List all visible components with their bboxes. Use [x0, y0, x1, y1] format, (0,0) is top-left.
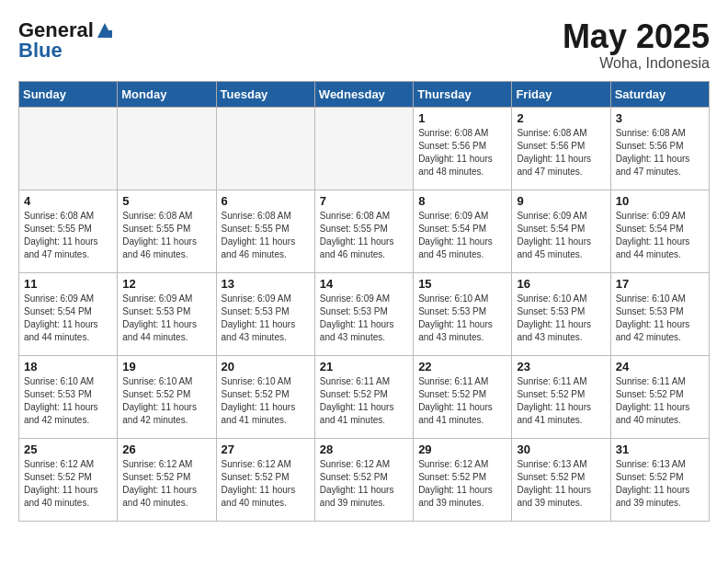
calendar-cell: [216, 107, 314, 190]
day-number: 25: [24, 442, 112, 456]
day-info: Sunrise: 6:08 AM Sunset: 5:56 PM Dayligh…: [517, 127, 605, 178]
day-number: 1: [418, 111, 506, 125]
calendar-cell: 11Sunrise: 6:09 AM Sunset: 5:54 PM Dayli…: [19, 272, 118, 355]
calendar-cell: 29Sunrise: 6:12 AM Sunset: 5:52 PM Dayli…: [414, 438, 512, 521]
day-info: Sunrise: 6:10 AM Sunset: 5:53 PM Dayligh…: [616, 293, 704, 344]
weekday-header: Wednesday: [314, 81, 413, 107]
day-number: 13: [222, 277, 310, 291]
day-number: 17: [616, 277, 704, 291]
calendar-cell: 3Sunrise: 6:08 AM Sunset: 5:56 PM Daylig…: [610, 107, 709, 190]
calendar-cell: 15Sunrise: 6:10 AM Sunset: 5:53 PM Dayli…: [414, 272, 512, 355]
calendar-cell: 7Sunrise: 6:08 AM Sunset: 5:55 PM Daylig…: [314, 190, 413, 272]
calendar-cell: 18Sunrise: 6:10 AM Sunset: 5:53 PM Dayli…: [19, 355, 118, 438]
day-info: Sunrise: 6:11 AM Sunset: 5:52 PM Dayligh…: [320, 375, 408, 427]
day-number: 20: [222, 360, 310, 373]
day-info: Sunrise: 6:12 AM Sunset: 5:52 PM Dayligh…: [122, 458, 210, 510]
day-info: Sunrise: 6:08 AM Sunset: 5:55 PM Dayligh…: [24, 210, 112, 261]
calendar-cell: 12Sunrise: 6:09 AM Sunset: 5:53 PM Dayli…: [118, 272, 216, 355]
day-info: Sunrise: 6:08 AM Sunset: 5:55 PM Dayligh…: [320, 210, 408, 261]
calendar-cell: 10Sunrise: 6:09 AM Sunset: 5:54 PM Dayli…: [610, 190, 709, 272]
calendar-cell: 5Sunrise: 6:08 AM Sunset: 5:55 PM Daylig…: [118, 190, 216, 272]
calendar-cell: 22Sunrise: 6:11 AM Sunset: 5:52 PM Dayli…: [414, 355, 512, 438]
day-number: 21: [320, 360, 408, 373]
calendar-cell: 26Sunrise: 6:12 AM Sunset: 5:52 PM Dayli…: [118, 438, 216, 521]
calendar-cell: 4Sunrise: 6:08 AM Sunset: 5:55 PM Daylig…: [19, 190, 118, 272]
day-info: Sunrise: 6:09 AM Sunset: 5:53 PM Dayligh…: [122, 293, 210, 344]
day-number: 31: [616, 442, 704, 456]
day-number: 24: [616, 360, 704, 373]
day-info: Sunrise: 6:10 AM Sunset: 5:52 PM Dayligh…: [122, 375, 210, 427]
calendar-cell: 1Sunrise: 6:08 AM Sunset: 5:56 PM Daylig…: [414, 107, 512, 190]
day-number: 8: [418, 194, 506, 208]
calendar-cell: 31Sunrise: 6:13 AM Sunset: 5:52 PM Dayli…: [610, 438, 709, 521]
day-info: Sunrise: 6:08 AM Sunset: 5:56 PM Dayligh…: [418, 127, 506, 178]
calendar-cell: 23Sunrise: 6:11 AM Sunset: 5:52 PM Dayli…: [512, 355, 610, 438]
day-number: 15: [418, 277, 506, 291]
calendar-cell: 14Sunrise: 6:09 AM Sunset: 5:53 PM Dayli…: [314, 272, 413, 355]
day-number: 26: [122, 442, 210, 456]
svg-rect-1: [104, 30, 112, 38]
day-info: Sunrise: 6:10 AM Sunset: 5:53 PM Dayligh…: [517, 293, 605, 344]
day-number: 27: [222, 442, 310, 456]
day-number: 16: [517, 277, 605, 291]
day-info: Sunrise: 6:08 AM Sunset: 5:55 PM Dayligh…: [222, 210, 310, 261]
calendar-cell: [314, 107, 413, 190]
day-info: Sunrise: 6:11 AM Sunset: 5:52 PM Dayligh…: [616, 375, 704, 427]
calendar-cell: 6Sunrise: 6:08 AM Sunset: 5:55 PM Daylig…: [216, 190, 314, 272]
day-number: 2: [517, 111, 605, 125]
day-number: 6: [222, 194, 310, 208]
page-header: General Blue May 2025 Woha, Indonesia: [18, 18, 710, 72]
day-number: 30: [517, 442, 605, 456]
day-info: Sunrise: 6:13 AM Sunset: 5:52 PM Dayligh…: [616, 458, 704, 510]
calendar-cell: 27Sunrise: 6:12 AM Sunset: 5:52 PM Dayli…: [216, 438, 314, 521]
day-number: 18: [24, 360, 112, 373]
calendar-cell: 9Sunrise: 6:09 AM Sunset: 5:54 PM Daylig…: [512, 190, 610, 272]
weekday-header: Friday: [512, 81, 610, 107]
day-info: Sunrise: 6:10 AM Sunset: 5:53 PM Dayligh…: [418, 293, 506, 344]
day-number: 23: [517, 360, 605, 373]
calendar-cell: 24Sunrise: 6:11 AM Sunset: 5:52 PM Dayli…: [610, 355, 709, 438]
day-info: Sunrise: 6:09 AM Sunset: 5:54 PM Dayligh…: [418, 210, 506, 261]
day-number: 28: [320, 442, 408, 456]
day-number: 22: [418, 360, 506, 373]
weekday-header: Sunday: [19, 81, 118, 107]
day-info: Sunrise: 6:09 AM Sunset: 5:54 PM Dayligh…: [24, 293, 112, 344]
day-info: Sunrise: 6:11 AM Sunset: 5:52 PM Dayligh…: [418, 375, 506, 427]
day-info: Sunrise: 6:09 AM Sunset: 5:54 PM Dayligh…: [616, 210, 704, 261]
day-number: 7: [320, 194, 408, 208]
calendar-title: May 2025: [563, 18, 710, 55]
day-info: Sunrise: 6:08 AM Sunset: 5:55 PM Dayligh…: [122, 210, 210, 261]
weekday-header: Thursday: [414, 81, 512, 107]
day-number: 14: [320, 277, 408, 291]
day-info: Sunrise: 6:10 AM Sunset: 5:53 PM Dayligh…: [24, 375, 112, 427]
day-info: Sunrise: 6:10 AM Sunset: 5:52 PM Dayligh…: [222, 375, 310, 427]
day-info: Sunrise: 6:09 AM Sunset: 5:53 PM Dayligh…: [320, 293, 408, 344]
day-number: 11: [24, 277, 112, 291]
calendar-cell: 16Sunrise: 6:10 AM Sunset: 5:53 PM Dayli…: [512, 272, 610, 355]
calendar-cell: 17Sunrise: 6:10 AM Sunset: 5:53 PM Dayli…: [610, 272, 709, 355]
weekday-header: Tuesday: [216, 81, 314, 107]
weekday-header: Saturday: [610, 81, 709, 107]
day-info: Sunrise: 6:08 AM Sunset: 5:56 PM Dayligh…: [616, 127, 704, 178]
day-number: 5: [122, 194, 210, 208]
calendar-cell: 19Sunrise: 6:10 AM Sunset: 5:52 PM Dayli…: [118, 355, 216, 438]
calendar-cell: 8Sunrise: 6:09 AM Sunset: 5:54 PM Daylig…: [414, 190, 512, 272]
day-number: 12: [122, 277, 210, 291]
day-info: Sunrise: 6:12 AM Sunset: 5:52 PM Dayligh…: [418, 458, 506, 510]
logo-icon: [96, 21, 114, 40]
calendar-cell: [19, 107, 118, 190]
weekday-header: Monday: [118, 81, 216, 107]
day-info: Sunrise: 6:11 AM Sunset: 5:52 PM Dayligh…: [517, 375, 605, 427]
calendar-cell: [118, 107, 216, 190]
calendar-cell: 2Sunrise: 6:08 AM Sunset: 5:56 PM Daylig…: [512, 107, 610, 190]
day-number: 10: [616, 194, 704, 208]
logo: General Blue: [18, 18, 114, 63]
calendar-subtitle: Woha, Indonesia: [563, 55, 710, 72]
logo-blue: Blue: [18, 39, 63, 63]
calendar-cell: 30Sunrise: 6:13 AM Sunset: 5:52 PM Dayli…: [512, 438, 610, 521]
day-info: Sunrise: 6:12 AM Sunset: 5:52 PM Dayligh…: [24, 458, 112, 510]
title-block: May 2025 Woha, Indonesia: [563, 18, 710, 72]
day-number: 19: [122, 360, 210, 373]
calendar-table: SundayMondayTuesdayWednesdayThursdayFrid…: [18, 81, 710, 522]
day-number: 4: [24, 194, 112, 208]
